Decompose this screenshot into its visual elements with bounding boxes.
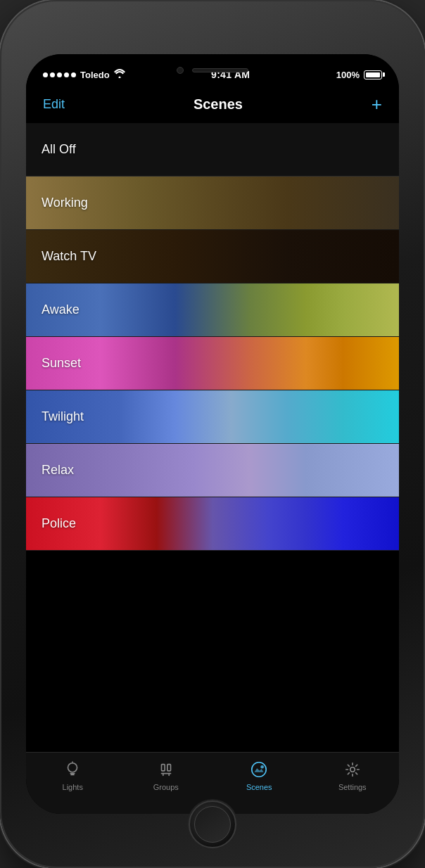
wifi-icon [114, 69, 125, 80]
scene-item-police[interactable]: Police [26, 497, 399, 551]
battery-pct-label: 100% [336, 70, 360, 80]
scene-item-relax[interactable]: Relax [26, 444, 399, 497]
page-title: Scenes [194, 96, 243, 113]
scene-label-awake: Awake [42, 302, 80, 317]
speaker [192, 68, 248, 72]
landscape-icon [249, 760, 269, 779]
scene-item-all-off[interactable]: All Off [26, 123, 399, 177]
svg-point-8 [261, 765, 265, 769]
scene-item-twilight[interactable]: Twilight [26, 390, 399, 444]
home-button[interactable] [189, 800, 236, 848]
scene-label-watch-tv: Watch TV [42, 249, 96, 264]
nav-bar: Edit Scenes + [26, 85, 399, 123]
scene-label-working: Working [42, 196, 88, 210]
tab-scenes-label: Scenes [246, 783, 272, 791]
scene-label-sunset: Sunset [42, 356, 81, 371]
phone-top-hardware [177, 67, 248, 74]
scene-item-watch-tv[interactable]: Watch TV [26, 230, 399, 283]
scene-item-sunset[interactable]: Sunset [26, 337, 399, 390]
tab-lights[interactable]: Lights [48, 760, 97, 791]
tab-scenes[interactable]: Scenes [234, 760, 284, 791]
bulb-icon [63, 760, 82, 779]
add-button[interactable]: + [372, 95, 382, 113]
tab-groups-label: Groups [153, 783, 179, 791]
svg-rect-3 [167, 765, 171, 771]
status-left: Toledo [43, 69, 125, 80]
home-button-inner [194, 806, 231, 843]
signal-icon [43, 72, 76, 77]
tab-settings[interactable]: Settings [328, 760, 377, 791]
phone-screen: Toledo 9:41 AM 100% [26, 54, 399, 814]
scenes-list: All Off Working Watch TV Awake Sunset Tw… [26, 123, 399, 752]
tab-groups[interactable]: Groups [141, 760, 191, 791]
scene-item-awake[interactable]: Awake [26, 283, 399, 337]
scene-label-all-off: All Off [42, 142, 76, 157]
gear-icon [343, 760, 362, 779]
svg-point-0 [68, 763, 77, 772]
tab-settings-label: Settings [338, 783, 367, 791]
tab-lights-label: Lights [63, 783, 83, 791]
carrier-label: Toledo [80, 70, 110, 80]
svg-point-9 [350, 767, 355, 772]
status-right: 100% [336, 70, 382, 80]
scene-item-working[interactable]: Working [26, 177, 399, 230]
scene-label-relax: Relax [42, 463, 74, 478]
scene-label-twilight: Twilight [42, 409, 84, 424]
svg-point-7 [252, 762, 266, 777]
edit-button[interactable]: Edit [43, 97, 65, 112]
phone-device: Toledo 9:41 AM 100% [0, 0, 425, 868]
battery-icon [364, 70, 382, 79]
camera [177, 67, 184, 74]
scene-label-police: Police [42, 516, 76, 531]
svg-rect-2 [161, 765, 165, 771]
groups-icon [156, 760, 176, 779]
